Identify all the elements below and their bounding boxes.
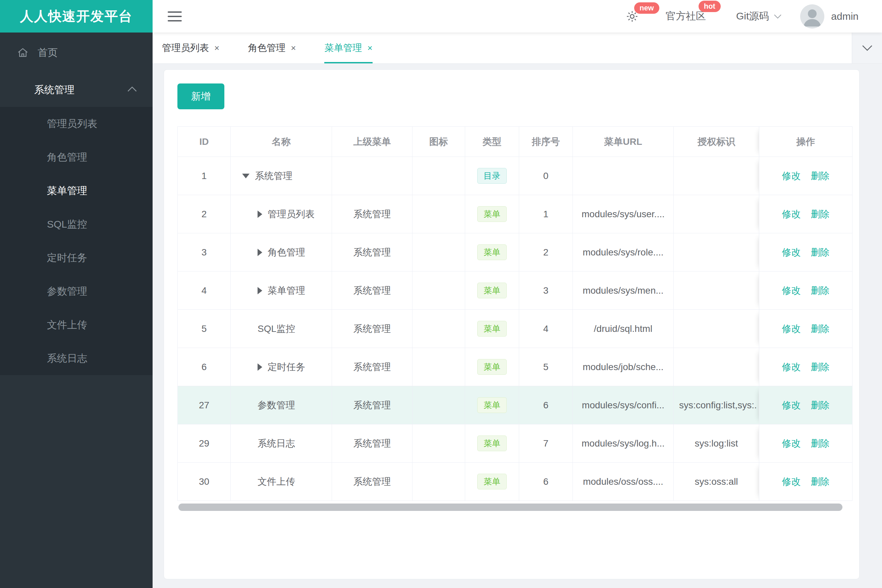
sidebar-item[interactable]: 定时任务 — [0, 241, 153, 274]
cell-type: 菜单 — [465, 424, 519, 463]
menu-name: 菜单管理 — [267, 284, 305, 297]
table-row: 5SQL监控系统管理菜单4/druid/sql.html修改删除 — [178, 310, 852, 348]
cell-icon — [413, 386, 465, 424]
tab-close-icon[interactable]: × — [367, 43, 372, 53]
tab[interactable]: 菜单管理× — [324, 33, 372, 63]
cell-actions: 修改删除 — [759, 195, 852, 233]
sidebar-item[interactable]: 角色管理 — [0, 141, 153, 174]
cell-menu-url: modules/sys/log.h... — [573, 424, 674, 463]
delete-link[interactable]: 删除 — [811, 362, 830, 372]
delete-link[interactable]: 删除 — [811, 247, 830, 258]
cell-perms — [674, 233, 759, 272]
column-header: 操作 — [759, 127, 852, 157]
avatar[interactable] — [800, 4, 824, 28]
tab-label: 管理员列表 — [162, 42, 209, 54]
community-link[interactable]: 官方社区 hot — [666, 9, 706, 23]
menu-name: 系统管理 — [255, 170, 292, 182]
delete-link[interactable]: 删除 — [811, 324, 830, 334]
edit-link[interactable]: 修改 — [782, 400, 801, 410]
edit-link[interactable]: 修改 — [782, 438, 801, 448]
sidebar-item[interactable]: 系统日志 — [0, 342, 153, 375]
edit-link[interactable]: 修改 — [782, 476, 801, 487]
triangle-right-icon[interactable] — [258, 249, 262, 256]
delete-link[interactable]: 删除 — [811, 438, 830, 448]
tab-close-icon[interactable]: × — [214, 43, 219, 53]
username[interactable]: admin — [831, 11, 858, 22]
sidebar-home-label: 首页 — [38, 46, 58, 60]
cell-type: 目录 — [465, 157, 519, 195]
edit-link[interactable]: 修改 — [782, 362, 801, 372]
cell-icon — [413, 157, 465, 195]
cell-order: 3 — [519, 272, 573, 310]
tab-close-icon[interactable]: × — [291, 43, 296, 53]
delete-link[interactable]: 删除 — [811, 400, 830, 410]
delete-link[interactable]: 删除 — [811, 476, 830, 487]
sidebar-item[interactable]: SQL监控 — [0, 207, 153, 241]
edit-link[interactable]: 修改 — [782, 324, 801, 334]
delete-link[interactable]: 删除 — [811, 209, 830, 219]
git-source-label: Git源码 — [736, 9, 769, 23]
sidebar-item[interactable]: 参数管理 — [0, 274, 153, 308]
git-source-link[interactable]: Git源码 — [736, 9, 782, 23]
sidebar-item[interactable]: 管理员列表 — [0, 107, 153, 141]
column-header: 排序号 — [519, 127, 573, 157]
cell-icon — [413, 233, 465, 272]
column-header: ID — [178, 127, 231, 157]
cell-icon — [413, 310, 465, 348]
horizontal-scrollbar[interactable] — [177, 502, 852, 512]
cell-name: 系统管理 — [231, 157, 332, 195]
cell-perms — [674, 310, 759, 348]
sidebar-item[interactable]: 文件上传 — [0, 308, 153, 342]
sidebar-item-home[interactable]: 首页 — [0, 33, 153, 73]
edit-link[interactable]: 修改 — [782, 209, 801, 219]
delete-link[interactable]: 删除 — [811, 171, 830, 181]
cell-parent-menu: 系统管理 — [332, 386, 413, 424]
cell-type: 菜单 — [465, 233, 519, 272]
edit-link[interactable]: 修改 — [782, 285, 801, 296]
cell-perms: sys:log:list — [674, 424, 759, 463]
edit-link[interactable]: 修改 — [782, 247, 801, 258]
table-row: 1系统管理目录0修改删除 — [178, 157, 852, 195]
column-header: 上级菜单 — [332, 127, 413, 157]
triangle-right-icon[interactable] — [258, 210, 262, 218]
cell-actions: 修改删除 — [759, 348, 852, 386]
new-badge: new — [634, 2, 659, 14]
cell-perms: sys:config:list,sys:. — [674, 386, 759, 424]
sidebar-group-system[interactable]: 系统管理 — [0, 73, 153, 107]
cell-icon — [413, 463, 465, 501]
menu-name: 角色管理 — [267, 246, 305, 259]
cell-menu-url: modules/sys/confi... — [573, 386, 674, 424]
tabs-dropdown-button[interactable] — [852, 33, 882, 63]
tab[interactable]: 管理员列表× — [162, 33, 219, 63]
table-row: 30文件上传系统管理菜单6modules/oss/oss....sys:oss:… — [178, 463, 852, 501]
settings-button[interactable]: new — [625, 10, 639, 23]
menu-name: SQL监控 — [258, 322, 295, 335]
cell-order: 4 — [519, 310, 573, 348]
menu-name: 管理员列表 — [267, 208, 314, 220]
menu-toggle-button[interactable] — [168, 8, 182, 24]
community-label: 官方社区 — [666, 10, 706, 21]
type-tag: 菜单 — [477, 397, 507, 413]
cell-perms: sys:oss:all — [674, 463, 759, 501]
triangle-down-icon[interactable] — [242, 174, 249, 178]
cell-perms — [674, 157, 759, 195]
cell-menu-url: modules/job/sche... — [573, 348, 674, 386]
triangle-right-icon[interactable] — [258, 287, 262, 294]
scrollbar-thumb[interactable] — [179, 504, 843, 511]
cell-parent-menu — [332, 157, 413, 195]
cell-type: 菜单 — [465, 463, 519, 501]
cell-menu-url: modules/oss/oss.... — [573, 463, 674, 501]
triangle-right-icon[interactable] — [258, 363, 262, 371]
menu-name: 定时任务 — [267, 361, 305, 374]
hot-badge: hot — [699, 1, 721, 12]
add-button[interactable]: 新增 — [177, 84, 224, 109]
table-row: 27参数管理系统管理菜单6modules/sys/confi...sys:con… — [178, 386, 852, 424]
menu-table: ID名称上级菜单图标类型排序号菜单URL授权标识操作 1系统管理目录0修改删除2… — [177, 126, 852, 501]
edit-link[interactable]: 修改 — [782, 171, 801, 181]
menu-name: 文件上传 — [258, 476, 295, 488]
tab[interactable]: 角色管理× — [248, 33, 296, 63]
delete-link[interactable]: 删除 — [811, 285, 830, 296]
cell-order: 2 — [519, 233, 573, 272]
cell-icon — [413, 348, 465, 386]
sidebar-item[interactable]: 菜单管理 — [0, 174, 153, 207]
